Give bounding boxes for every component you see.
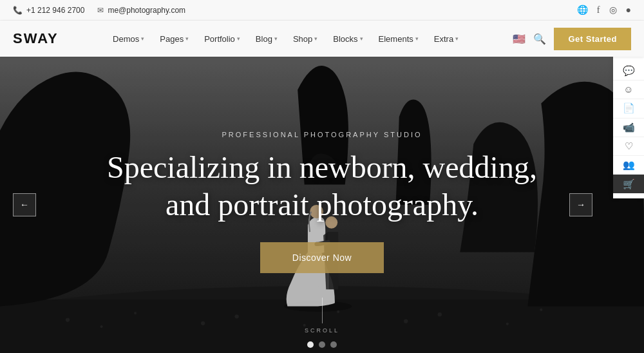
language-flag[interactable]: 🇺🇸 [513, 33, 526, 45]
hero-title: Specializing in newborn, wedding, and po… [97, 149, 547, 223]
phone-icon: 📞 [13, 6, 23, 15]
discover-now-button[interactable]: Discover Now [260, 242, 384, 273]
search-icon[interactable]: 🔍 [533, 33, 546, 45]
nav-portfolio[interactable]: Portfolio ▾ [198, 30, 247, 48]
chevron-down-icon: ▾ [314, 35, 317, 42]
dot-2[interactable] [319, 341, 325, 348]
nav-links: Demos ▾ Pages ▾ Portfolio ▾ Blog ▾ Shop … [59, 30, 513, 48]
chevron-down-icon: ▾ [455, 35, 459, 42]
prev-arrow[interactable]: ← [13, 193, 36, 216]
phone-contact: 📞 +1 212 946 2700 [13, 6, 84, 15]
document-sidebar-icon[interactable]: 📄 [613, 99, 644, 118]
chevron-down-icon: ▾ [415, 35, 419, 42]
nav-pages[interactable]: Pages ▾ [153, 30, 195, 48]
scroll-label: SCROLL [305, 327, 339, 334]
email-icon: ✉ [97, 6, 104, 15]
nav-extra[interactable]: Extra ▾ [428, 30, 465, 48]
chevron-down-icon: ▾ [185, 35, 189, 42]
phone-number: +1 212 946 2700 [26, 6, 84, 15]
nav-shop[interactable]: Shop ▾ [287, 30, 324, 48]
instagram-icon[interactable]: ◎ [609, 5, 617, 15]
chevron-down-icon: ▾ [237, 35, 240, 42]
next-arrow[interactable]: → [569, 193, 592, 216]
users-sidebar-icon[interactable]: 👥 [613, 156, 644, 175]
top-bar-contacts: 📞 +1 212 946 2700 ✉ me@photography.com [13, 6, 185, 15]
video-sidebar-icon[interactable]: 📹 [613, 119, 644, 137]
nav-elements[interactable]: Elements ▾ [372, 30, 425, 48]
navbar: SWAY Demos ▾ Pages ▾ Portfolio ▾ Blog ▾ … [0, 21, 644, 57]
top-bar: 📞 +1 212 946 2700 ✉ me@photography.com 🌐… [0, 0, 644, 21]
emoji-sidebar-icon[interactable]: ☺ [613, 81, 644, 99]
chevron-down-icon: ▾ [141, 35, 144, 42]
chevron-down-icon: ▾ [274, 35, 278, 42]
nav-demos[interactable]: Demos ▾ [106, 30, 151, 48]
hero-content: Professional Photography Studio Speciali… [97, 131, 547, 273]
email-address: me@photography.com [108, 6, 185, 15]
top-bar-social: 🌐 f ◎ ● [577, 5, 631, 15]
site-logo[interactable]: SWAY [13, 30, 59, 47]
dot-1[interactable] [307, 341, 314, 348]
hero-dots [307, 341, 337, 348]
email-contact: ✉ me@photography.com [97, 6, 185, 15]
hero-section: Professional Photography Studio Speciali… [0, 57, 644, 353]
whatsapp-icon[interactable]: ● [626, 5, 631, 15]
dot-3[interactable] [330, 341, 337, 348]
hero-subtitle: Professional Photography Studio [97, 131, 547, 138]
globe-icon[interactable]: 🌐 [577, 5, 588, 15]
heart-sidebar-icon[interactable]: ♡ [613, 137, 644, 156]
get-started-button[interactable]: Get Started [554, 28, 631, 50]
chat-sidebar-icon[interactable]: 💬 [613, 62, 644, 81]
right-sidebar: 💬 ☺ 📄 📹 ♡ 👥 🛒 [613, 57, 644, 198]
chevron-down-icon: ▾ [360, 35, 363, 42]
nav-right-actions: 🇺🇸 🔍 Get Started [513, 28, 631, 50]
nav-blocks[interactable]: Blocks ▾ [327, 30, 369, 48]
cart-sidebar-icon[interactable]: 🛒 [613, 175, 644, 193]
nav-blog[interactable]: Blog ▾ [249, 30, 284, 48]
scroll-line [321, 298, 322, 323]
scroll-indicator: SCROLL [305, 298, 339, 334]
facebook-icon[interactable]: f [597, 5, 600, 15]
